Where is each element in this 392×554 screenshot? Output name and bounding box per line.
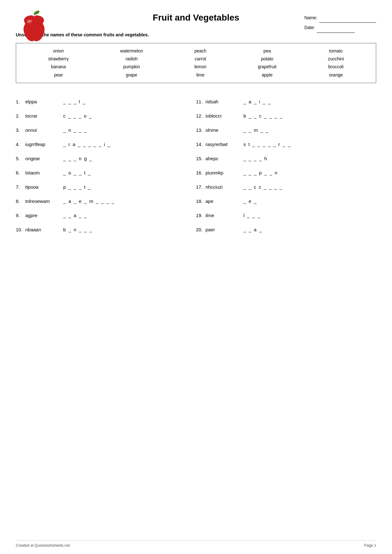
problem-row: 19. ilme l _ _ _ bbox=[196, 208, 376, 222]
problem-number: 19. bbox=[196, 213, 205, 218]
word-col-2: watermelon radish pumpkin grape bbox=[120, 47, 143, 79]
word-item: pumpkin bbox=[123, 63, 140, 71]
word-item: orange bbox=[329, 71, 343, 79]
problem-row: 12. iobloccr b _ _ c _ _ _ _ bbox=[196, 109, 376, 123]
scrambled-word: paer bbox=[205, 227, 243, 232]
problem-row: 20. paer _ _ a _ bbox=[196, 222, 376, 237]
problem-number: 6. bbox=[16, 170, 25, 175]
word-item: grapefruit bbox=[258, 63, 277, 71]
scrambled-word: rasyrerbwt bbox=[205, 142, 243, 147]
problem-row: 3. onnoi _ n _ _ _ bbox=[16, 123, 196, 137]
name-date-block: Name: Date: bbox=[304, 13, 376, 33]
scrambled-word: tocrar bbox=[25, 113, 63, 119]
problem-row: 5. ongear _ _ _ n g _ bbox=[16, 151, 196, 166]
scrambled-word: iugrrtfeap bbox=[25, 142, 63, 147]
word-item: lemon bbox=[194, 63, 206, 71]
problem-number: 8. bbox=[16, 198, 25, 204]
answer-pattern: _ r a _ _ _ _ _ i _ bbox=[63, 142, 111, 147]
problems-grid: 1. elppa _ _ _ l _ 11. ridsah _ a _ i _ … bbox=[16, 94, 376, 237]
problem-row: 7. ttpooa p _ _ _ t _ bbox=[16, 180, 196, 194]
scrambled-word: agpre bbox=[25, 213, 63, 218]
problem-number: 16. bbox=[196, 170, 205, 175]
answer-pattern: s t _ _ _ _ _ r _ _ bbox=[243, 142, 291, 147]
answer-pattern: _ a _ i _ _ bbox=[243, 99, 271, 104]
word-item: strawberry bbox=[48, 55, 69, 63]
word-col-1: onion strawberry banana pear bbox=[48, 47, 69, 79]
answer-pattern: _ _ a _ _ bbox=[63, 213, 87, 218]
problem-number: 17. bbox=[196, 184, 205, 190]
answer-pattern: _ a _ e _ m _ _ _ _ bbox=[63, 198, 115, 204]
problem-row: 2. tocrar c _ _ _ o _ bbox=[16, 109, 196, 123]
word-item: banana bbox=[51, 63, 66, 71]
footer: Created at Quickworksheets.net Page 1 bbox=[16, 540, 376, 548]
problem-row: 16. piunmkp _ _ _ p _ _ n bbox=[196, 166, 376, 180]
problem-number: 13. bbox=[196, 127, 205, 133]
answer-pattern: _ _ _ n g _ bbox=[63, 156, 93, 161]
answer-pattern: b _ _ c _ _ _ _ bbox=[243, 113, 283, 119]
problem-row: 15. ahepc _ _ _ _ h bbox=[196, 151, 376, 166]
problem-row: 6. totaom _ o _ _ t _ bbox=[16, 166, 196, 180]
answer-pattern: c _ _ _ o _ bbox=[63, 113, 92, 119]
problem-row: 4. iugrrtfeap _ r a _ _ _ _ _ i _ bbox=[16, 137, 196, 151]
answer-pattern: _ _ a _ bbox=[243, 227, 262, 232]
problem-number: 18. bbox=[196, 198, 205, 204]
scrambled-word: totaom bbox=[25, 170, 63, 175]
word-item: lime bbox=[196, 71, 205, 79]
answer-pattern: _ _ m _ _ bbox=[243, 127, 269, 133]
word-item: grape bbox=[126, 71, 137, 79]
scrambled-word: nhcciuzi bbox=[205, 184, 243, 190]
apple-image bbox=[16, 9, 51, 44]
answer-pattern: _ n _ _ _ bbox=[63, 127, 87, 133]
problem-row: 11. ridsah _ a _ i _ _ bbox=[196, 94, 376, 109]
date-underline bbox=[317, 23, 355, 33]
word-item: potato bbox=[261, 55, 273, 63]
problem-number: 9. bbox=[16, 213, 25, 218]
problem-row: 17. nhcciuzi _ _ c c _ _ _ _ bbox=[196, 180, 376, 194]
scrambled-word: ahepc bbox=[205, 156, 243, 161]
word-item: peach bbox=[194, 47, 206, 55]
problem-row: 1. elppa _ _ _ l _ bbox=[16, 94, 196, 109]
answer-pattern: _ _ c c _ _ _ _ bbox=[243, 184, 283, 190]
problem-number: 7. bbox=[16, 184, 25, 190]
scrambled-word: piunmkp bbox=[205, 170, 243, 175]
word-col-5: tomato zucchini broccoli orange bbox=[328, 47, 344, 79]
answer-pattern: _ _ _ l _ bbox=[63, 99, 86, 104]
word-item: watermelon bbox=[120, 47, 143, 55]
scrambled-word: elppa bbox=[25, 99, 63, 104]
word-item: radish bbox=[126, 55, 138, 63]
problem-number: 11. bbox=[196, 99, 205, 104]
scrambled-word: ilme bbox=[205, 213, 243, 218]
problem-number: 5. bbox=[16, 156, 25, 161]
page-title: Fruit and Vegetables bbox=[153, 13, 239, 22]
scrambled-word: iobloccr bbox=[205, 113, 243, 119]
name-label: Name: bbox=[304, 13, 317, 23]
answer-pattern: l _ _ _ bbox=[243, 213, 261, 218]
scrambled-word: ridsah bbox=[205, 99, 243, 104]
word-item: pea bbox=[263, 47, 271, 55]
word-col-3: peach carrot lemon lime bbox=[194, 47, 206, 79]
scrambled-word: ongear bbox=[25, 156, 63, 161]
scrambled-word: olnme bbox=[205, 127, 243, 133]
word-item: zucchini bbox=[328, 55, 344, 63]
footer-right: Page 1 bbox=[364, 543, 376, 548]
problem-row: 10. nbaaan b _ n _ _ _ bbox=[16, 222, 196, 237]
problem-row: 13. olnme _ _ m _ _ bbox=[196, 123, 376, 137]
answer-pattern: _ o _ _ t _ bbox=[63, 170, 91, 175]
scrambled-word: ttpooa bbox=[25, 184, 63, 190]
word-item: tomato bbox=[329, 47, 343, 55]
problem-row: 18. ape _ e _ bbox=[196, 194, 376, 208]
problem-number: 20. bbox=[196, 227, 205, 232]
scrambled-word: ape bbox=[205, 198, 243, 204]
problem-number: 10. bbox=[16, 227, 25, 232]
answer-pattern: _ _ _ _ h bbox=[243, 156, 267, 161]
name-underline bbox=[319, 13, 376, 23]
word-item: apple bbox=[262, 71, 273, 79]
problem-number: 4. bbox=[16, 142, 25, 147]
problem-number: 2. bbox=[16, 113, 25, 119]
problem-number: 14. bbox=[196, 142, 205, 147]
answer-pattern: _ e _ bbox=[243, 198, 257, 204]
word-item: broccoli bbox=[328, 63, 343, 71]
problem-number: 12. bbox=[196, 113, 205, 119]
word-col-4: pea potato grapefruit apple bbox=[258, 47, 277, 79]
scrambled-word: nbaaan bbox=[25, 227, 63, 232]
